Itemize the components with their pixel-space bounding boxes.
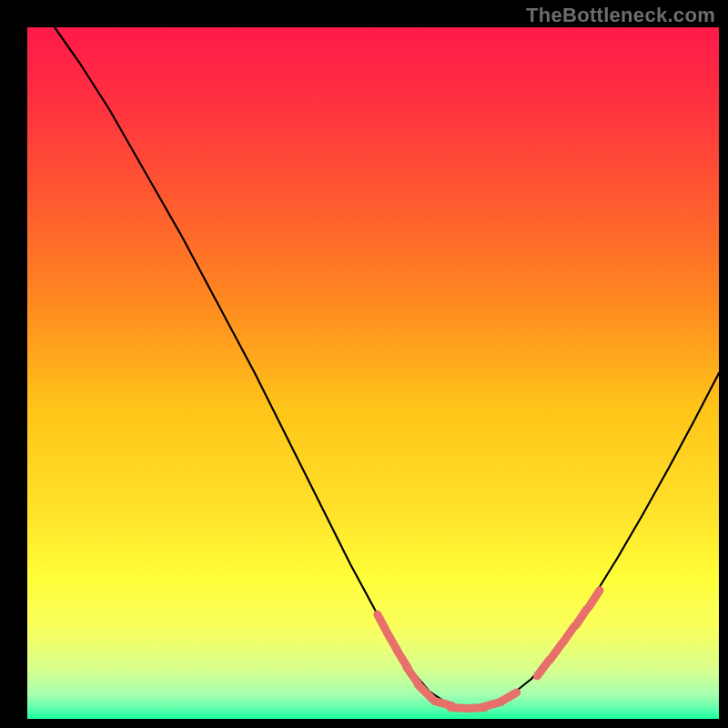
bottleneck-chart-svg [0,0,728,728]
chart-stage: TheBottleneck.com [0,0,728,728]
watermark-text: TheBottleneck.com [526,4,715,27]
